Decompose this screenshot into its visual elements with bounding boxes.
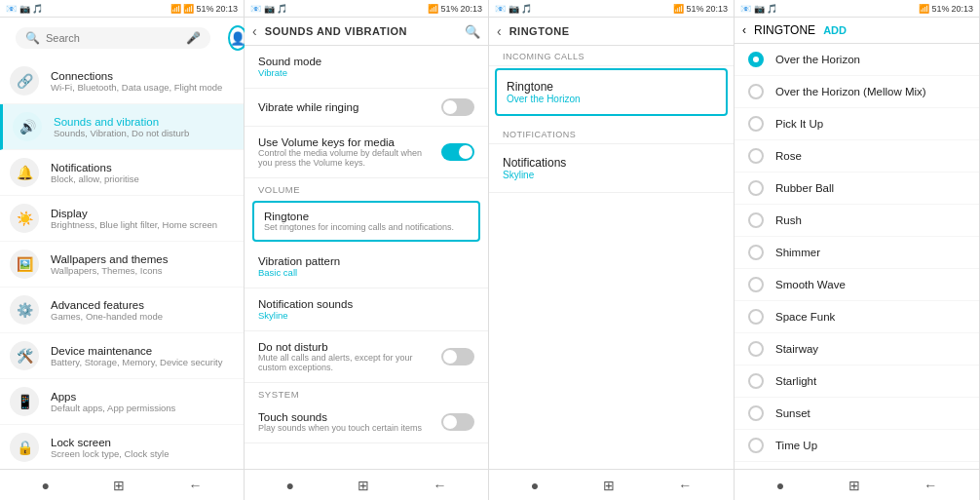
back-arrow-3[interactable]: ‹	[497, 23, 502, 39]
bottom-nav-3: ● ⊞ ←	[489, 469, 734, 500]
home-btn[interactable]: ⊞	[113, 478, 125, 493]
radio-over-horizon-mellow[interactable]	[748, 84, 764, 99]
vibrate-ringing-row[interactable]: Vibrate while ringing	[245, 89, 488, 127]
sidebar-item-apps[interactable]: 📱 Apps Default apps, App permissions	[0, 379, 244, 425]
panel-ringtone-list: 📧 📷 🎵 📶 51% 20:13 ‹ RINGTONE ADD Over th…	[735, 0, 980, 500]
display-subtitle: Brightness, Blue light filter, Home scre…	[51, 219, 217, 230]
ringtone-name-sunset: Sunset	[775, 407, 810, 419]
ringtone-name-over-horizon-mellow: Over the Horizon (Mellow Mix)	[775, 86, 926, 97]
ringtone-call-row[interactable]: Ringtone Over the Horizon	[495, 68, 728, 116]
vibration-pattern-row[interactable]: Vibration pattern Basic call	[245, 246, 488, 288]
recent-apps-btn-4[interactable]: ●	[776, 478, 784, 493]
ringtone-item-rose[interactable]: Rose	[735, 140, 979, 173]
ringtone-item-time-up[interactable]: Time Up	[735, 430, 979, 462]
search-row: 🔍 🎤 👤	[0, 18, 244, 58]
do-not-disturb-text: Do not disturb Mute all calls and alerts…	[258, 341, 432, 372]
notifications-sound-text: Notifications Skyline	[503, 156, 720, 180]
search-bar[interactable]: 🔍 🎤	[16, 27, 210, 49]
device-title: Device maintenance	[51, 345, 223, 357]
radio-stairway[interactable]	[748, 341, 764, 357]
search-input[interactable]	[46, 32, 180, 44]
ringtone-item-smooth-wave[interactable]: Smooth Wave	[735, 269, 979, 301]
back-btn[interactable]: ←	[188, 478, 202, 493]
lock-title: Lock screen	[51, 437, 169, 448]
status-bar-4: 📧 📷 🎵 📶 51% 20:13	[735, 0, 979, 18]
do-not-disturb-toggle[interactable]	[441, 348, 474, 365]
back-arrow-4[interactable]: ‹	[742, 23, 746, 37]
radio-sunset[interactable]	[748, 405, 764, 421]
notif-icons-3: 📧 📷 🎵	[495, 4, 532, 14]
touch-sounds-desc: Play sounds when you touch certain items	[258, 423, 432, 433]
volume-keys-toggle[interactable]	[441, 143, 474, 161]
ringtone-item-stairway[interactable]: Stairway	[735, 333, 979, 365]
sound-mode-title: Sound mode	[258, 56, 474, 67]
recent-apps-btn-3[interactable]: ●	[531, 478, 539, 493]
ringtone-item-rush[interactable]: Rush	[735, 205, 979, 237]
ringtone-list: Over the Horizon Over the Horizon (Mello…	[735, 44, 979, 469]
volume-keys-title: Use Volume keys for media	[258, 136, 432, 148]
home-btn-3[interactable]: ⊞	[603, 478, 615, 493]
status-bar-3: 📧 📷 🎵 📶 51% 20:13	[489, 0, 734, 18]
ringtone-item-starlight[interactable]: Starlight	[735, 365, 979, 398]
sidebar-item-wallpapers[interactable]: 🖼️ Wallpapers and themes Wallpapers, The…	[0, 242, 244, 288]
ringtone-item-travel[interactable]: Travel	[735, 462, 979, 469]
ringtone-item-space-funk[interactable]: Space Funk	[735, 301, 979, 333]
sidebar-item-device[interactable]: 🛠️ Device maintenance Battery, Storage, …	[0, 333, 244, 379]
radio-rubber-ball[interactable]	[748, 180, 764, 196]
volume-keys-row[interactable]: Use Volume keys for media Control the me…	[245, 127, 488, 178]
sidebar-item-notifications[interactable]: 🔔 Notifications Block, allow, prioritise	[0, 150, 244, 196]
search-btn-2[interactable]: 🔍	[465, 24, 480, 39]
ringtone-item-rubber-ball[interactable]: Rubber Ball	[735, 173, 979, 205]
radio-shimmer[interactable]	[748, 245, 764, 260]
touch-sounds-toggle[interactable]	[441, 413, 474, 431]
vibrate-ringing-toggle[interactable]	[441, 98, 474, 116]
radio-smooth-wave[interactable]	[748, 277, 764, 292]
sidebar-item-sounds[interactable]: 🔊 Sounds and vibration Sounds, Vibration…	[0, 104, 244, 150]
radio-over-horizon[interactable]	[748, 52, 764, 67]
volume-keys-text: Use Volume keys for media Control the me…	[258, 136, 432, 168]
home-btn-2[interactable]: ⊞	[358, 478, 369, 493]
add-button[interactable]: ADD	[823, 24, 847, 36]
recent-apps-btn-2[interactable]: ●	[286, 478, 294, 493]
home-btn-4[interactable]: ⊞	[848, 478, 860, 493]
notification-sounds-row[interactable]: Notification sounds Skyline	[245, 288, 488, 331]
back-btn-4[interactable]: ←	[923, 478, 937, 493]
settings-list: 🔗 Connections Wi-Fi, Bluetooth, Data usa…	[0, 58, 244, 469]
status-left-2: 📧 📷 🎵	[250, 4, 287, 14]
back-btn-2[interactable]: ←	[433, 478, 446, 493]
wallpapers-title: Wallpapers and themes	[51, 253, 168, 265]
status-left-4: 📧 📷 🎵	[740, 4, 777, 14]
connections-icon: 🔗	[10, 66, 39, 96]
ringtone-item-over-horizon[interactable]: Over the Horizon	[735, 44, 979, 76]
sidebar-item-advanced[interactable]: ⚙️ Advanced features Games, One-handed m…	[0, 288, 244, 333]
do-not-disturb-row[interactable]: Do not disturb Mute all calls and alerts…	[245, 331, 488, 383]
status-left-3: 📧 📷 🎵	[495, 4, 532, 14]
notification-sounds-title: Notification sounds	[258, 298, 474, 310]
ringtone-row[interactable]: Ringtone Set ringtones for incoming call…	[252, 201, 480, 242]
connections-title: Connections	[51, 70, 222, 82]
ringtone-item-pick-it-up[interactable]: Pick It Up	[735, 108, 979, 140]
sidebar-item-connections[interactable]: 🔗 Connections Wi-Fi, Bluetooth, Data usa…	[0, 58, 244, 104]
ringtone-item-shimmer[interactable]: Shimmer	[735, 237, 979, 269]
ringtone-item-sunset[interactable]: Sunset	[735, 398, 979, 430]
radio-pick-it-up[interactable]	[748, 116, 764, 132]
bottom-nav-4: ● ⊞ ←	[735, 469, 979, 500]
display-title: Display	[51, 208, 217, 219]
radio-space-funk[interactable]	[748, 309, 764, 325]
sidebar-item-lock[interactable]: 🔒 Lock screen Screen lock type, Clock st…	[0, 425, 244, 469]
ringtone-item-over-horizon-mellow[interactable]: Over the Horizon (Mellow Mix)	[735, 76, 979, 108]
radio-rose[interactable]	[748, 148, 764, 164]
recent-apps-btn[interactable]: ●	[42, 478, 50, 493]
touch-sounds-row[interactable]: Touch sounds Play sounds when you touch …	[245, 402, 488, 443]
mic-icon[interactable]: 🎤	[186, 31, 201, 45]
radio-rush[interactable]	[748, 212, 764, 228]
sound-mode-row[interactable]: Sound mode Vibrate	[245, 46, 488, 89]
connections-subtitle: Wi-Fi, Bluetooth, Data usage, Flight mod…	[51, 82, 222, 93]
radio-starlight[interactable]	[748, 373, 764, 389]
search-icon: 🔍	[25, 31, 40, 45]
sidebar-item-display[interactable]: ☀️ Display Brightness, Blue light filter…	[0, 196, 244, 242]
notifications-sound-row[interactable]: Notifications Skyline	[489, 144, 734, 193]
back-arrow-2[interactable]: ‹	[252, 23, 257, 39]
radio-time-up[interactable]	[748, 438, 764, 453]
back-btn-3[interactable]: ←	[678, 478, 692, 493]
